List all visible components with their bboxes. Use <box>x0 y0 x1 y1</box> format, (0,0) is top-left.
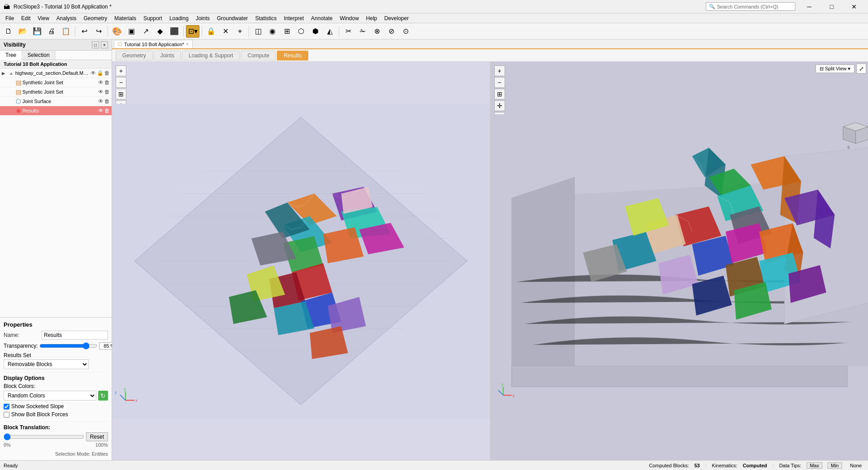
color-button[interactable]: 🎨 <box>110 25 124 38</box>
menu-item-statistics[interactable]: Statistics <box>251 14 280 22</box>
visibility-tabs: Tree Selection <box>0 51 112 60</box>
tree-node-synthetic1[interactable]: ▤ Synthetic Joint Set 👁 🗑 <box>0 78 112 87</box>
left-panel: Visibility □ × Tree Selection Tutorial 1… <box>0 39 112 460</box>
open-button[interactable]: 📂 <box>16 25 30 38</box>
search-box[interactable]: 🔍 Search Commands (Ctrl+Q) <box>706 2 795 11</box>
cut4-button[interactable]: ⊘ <box>384 25 398 38</box>
delete-icon-synthetic2[interactable]: 🗑 <box>104 89 110 95</box>
eye-icon-synthetic2[interactable]: 👁 <box>98 89 104 95</box>
eye-icon-synthetic1[interactable]: 👁 <box>98 79 104 86</box>
show-socketed-checkbox[interactable] <box>4 404 9 410</box>
tree-section: ▶ ▲ highway_cut_section.Default.Mesh 👁 🔒… <box>0 69 112 317</box>
lock-button[interactable]: 🔒 <box>204 25 218 38</box>
add-joint-button[interactable]: ⊡▾ <box>186 25 199 38</box>
menu-item-analysis[interactable]: Analysis <box>53 14 80 22</box>
cut2-button[interactable]: ✁ <box>356 25 369 38</box>
step-tab-joints[interactable]: Joints <box>154 51 181 60</box>
maximize-button[interactable]: □ <box>821 0 842 13</box>
transparency-slider[interactable] <box>39 342 97 349</box>
view-3d-button[interactable]: ◆ <box>153 25 167 38</box>
minimize-button[interactable]: ─ <box>799 0 820 13</box>
refresh-colors-button[interactable]: ↻ <box>98 391 108 401</box>
split-view-icon: ⊟ <box>820 66 824 72</box>
menu-item-support[interactable]: Support <box>140 14 166 22</box>
menu-item-edit[interactable]: Edit <box>17 14 34 22</box>
app-tab-close[interactable]: × <box>186 42 189 47</box>
min-button[interactable]: Min <box>828 462 842 469</box>
block-colors-select[interactable]: Random Colors By Factor of Safety Solid … <box>4 391 96 401</box>
app-tab-tutorial[interactable]: ⬡ Tutorial 10 Bolt Application* × <box>114 40 193 48</box>
explode-button[interactable]: ⊞ <box>280 25 294 38</box>
menu-item-geometry[interactable]: Geometry <box>80 14 111 22</box>
view-top-button[interactable]: ⬛ <box>168 25 181 38</box>
tab-tree[interactable]: Tree <box>0 51 22 60</box>
eye-icon-joint-surface[interactable]: 👁 <box>98 98 104 104</box>
split-view-dropdown-icon: ▾ <box>848 66 851 72</box>
delete-icon-synthetic1[interactable]: 🗑 <box>104 79 110 86</box>
print-button[interactable]: 🖨 <box>45 25 58 38</box>
max-button[interactable]: Max <box>807 462 822 469</box>
surface-button[interactable]: ◭ <box>323 25 337 38</box>
menu-item-view[interactable]: View <box>34 14 53 22</box>
cut1-button[interactable]: ✂ <box>341 25 355 38</box>
copy-button[interactable]: 📋 <box>59 25 73 38</box>
redo-button[interactable]: ↪ <box>92 25 105 38</box>
visibility-restore-button[interactable]: □ <box>92 41 99 48</box>
new-button[interactable]: 🗋 <box>2 25 15 38</box>
visibility-close-button[interactable]: × <box>101 41 108 48</box>
step-tab-compute[interactable]: Compute <box>241 51 276 60</box>
name-input[interactable] <box>42 331 108 340</box>
undo-button[interactable]: ↩ <box>78 25 91 38</box>
save-button[interactable]: 💾 <box>30 25 44 38</box>
svg-text:z: z <box>115 390 117 395</box>
cut5-button[interactable]: ⊙ <box>399 25 412 38</box>
results-set-select[interactable]: Removable Blocks All Blocks Stable Block… <box>4 359 89 369</box>
tree-node-synthetic2[interactable]: ▤ Synthetic Joint Set 👁 🗑 <box>0 87 112 97</box>
mesh1-button[interactable]: ⬡ <box>294 25 308 38</box>
cut3-button[interactable]: ⊗ <box>370 25 384 38</box>
svg-text:S: S <box>847 145 850 150</box>
menu-item-help[interactable]: Help <box>363 14 381 22</box>
menu-item-loading[interactable]: Loading <box>166 14 192 22</box>
close-button[interactable]: ✕ <box>844 0 864 13</box>
show-bolt-forces-checkbox[interactable] <box>4 412 9 418</box>
block-translation-header: Block Translation: <box>4 421 108 431</box>
main-layout: Visibility □ × Tree Selection Tutorial 1… <box>0 39 868 460</box>
reset-translation-button[interactable]: Reset <box>86 432 108 441</box>
split-view-button[interactable]: ⊟ Split View ▾ <box>816 65 855 73</box>
eye-icon-results[interactable]: 👁 <box>98 108 104 114</box>
expand-arrow-highway[interactable]: ▶ <box>2 71 7 76</box>
viewport-right-scene: S x y <box>491 62 868 460</box>
mesh2-button[interactable]: ⬢ <box>309 25 322 38</box>
clip-button[interactable]: ◉ <box>266 25 279 38</box>
menu-item-joints[interactable]: Joints <box>192 14 213 22</box>
menu-item-annotate[interactable]: Annotate <box>307 14 336 22</box>
viewport-expand-button[interactable]: ⤢ <box>856 64 866 73</box>
menu-item-interpret[interactable]: Interpret <box>280 14 307 22</box>
plane-button[interactable]: ◫ <box>251 25 265 38</box>
step-tab-results[interactable]: Results <box>277 51 308 60</box>
tree-node-joint-surface[interactable]: ⬡ Joint Surface 👁 🗑 <box>0 97 112 106</box>
snap-button[interactable]: ⌖ <box>233 25 246 38</box>
menu-item-window[interactable]: Window <box>336 14 363 22</box>
cancel-button[interactable]: ✕ <box>219 25 232 38</box>
delete-icon-highway[interactable]: 🗑 <box>104 70 110 76</box>
menu-item-developer[interactable]: Developer <box>381 14 413 22</box>
tree-node-results[interactable]: ◉ Results 👁 🗑 <box>0 106 112 116</box>
delete-icon-results[interactable]: 🗑 <box>104 108 110 114</box>
menu-item-file[interactable]: File <box>2 14 17 22</box>
viewport-left[interactable]: + − ⊞ ✛ ↺ ⤢ <box>112 62 491 460</box>
eye-icon-highway[interactable]: 👁 <box>91 70 96 76</box>
delete-icon-joint-surface[interactable]: 🗑 <box>104 98 110 104</box>
tree-node-highway[interactable]: ▶ ▲ highway_cut_section.Default.Mesh 👁 🔒… <box>0 69 112 78</box>
select-mode-button[interactable]: ▣ <box>125 25 138 38</box>
step-tab-geometry[interactable]: Geometry <box>116 51 153 60</box>
lock-icon-highway[interactable]: 🔒 <box>97 70 104 76</box>
viewport-right[interactable]: + − ⊞ ✛ ↺ ⤢ <box>491 62 868 460</box>
arrow-button[interactable]: ↗ <box>139 25 152 38</box>
menu-item-groundwater[interactable]: Groundwater <box>213 14 251 22</box>
menu-item-materials[interactable]: Materials <box>111 14 140 22</box>
step-tab-loading-support[interactable]: Loading & Support <box>182 51 240 60</box>
translation-slider[interactable] <box>4 433 84 440</box>
tab-selection[interactable]: Selection <box>22 51 55 60</box>
